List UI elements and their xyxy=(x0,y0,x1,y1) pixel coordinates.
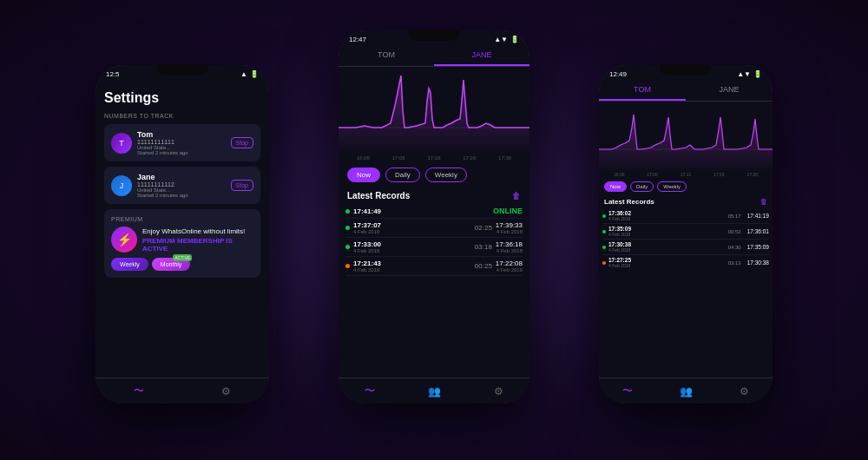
nav-gear-icon-center[interactable]: ⚙ xyxy=(494,384,503,398)
record-row-3: 17:21:43 4 Feb 2018 00:25 17:22:08 4 Feb… xyxy=(345,257,523,276)
status-time-center: 12:47 xyxy=(349,36,366,43)
phones-container: 12:5 ▲ 🔋 Settings Numbers To Track T Tom… xyxy=(95,22,773,438)
nav-settings-icon[interactable]: ⚙ xyxy=(221,384,231,398)
numbers-section-label: Numbers To Track xyxy=(104,113,260,119)
status-icons-left: ▲ 🔋 xyxy=(240,70,259,78)
chart-area-right xyxy=(599,102,773,171)
notch-right xyxy=(660,65,712,76)
record-start-0: 17:41:49 xyxy=(353,207,381,215)
nav-people-icon-center[interactable]: 👥 xyxy=(428,384,441,398)
left-phone: 12:5 ▲ 🔋 Settings Numbers To Track T Tom… xyxy=(95,65,269,404)
records-header-center: Latest Records 🗑 xyxy=(339,187,529,204)
contact-number-jane: 11111111112 xyxy=(137,181,226,187)
contact-number-tom: 11111111111 xyxy=(137,139,226,145)
record-row-2: 17:33:00 4 Feb 2018 03:18 17:36:18 4 Feb… xyxy=(345,238,523,257)
r-filter-daily[interactable]: Daily xyxy=(630,181,654,192)
monthly-button[interactable]: Monthly ACTIVE xyxy=(152,258,191,271)
tab-jane-right[interactable]: JANE xyxy=(686,80,773,101)
r-record-0: 17:36:02 4 Feb 2018 05:17 17:41:19 xyxy=(602,208,769,224)
record-end-2: 17:36:18 4 Feb 2018 xyxy=(496,240,523,253)
contact-card-tom: T Tom 11111111111 United State... Starte… xyxy=(104,124,260,161)
notch-center xyxy=(408,30,460,41)
nav-gear-icon-right[interactable]: ⚙ xyxy=(740,384,749,398)
settings-screen: Settings Numbers To Track T Tom 11111111… xyxy=(95,80,269,378)
avatar-jane: J xyxy=(111,175,132,196)
record-online-0: ONLINE xyxy=(493,207,523,215)
filter-buttons-center: Now Daily Weekly xyxy=(339,162,529,187)
contact-name-tom: Tom xyxy=(137,130,226,139)
record-end-1: 17:39:33 4 Feb 2018 xyxy=(496,221,523,234)
tab-jane-center[interactable]: JANE xyxy=(434,45,529,66)
trash-icon-center[interactable]: 🗑 xyxy=(512,191,521,200)
bottom-nav-left: 〜 ⚙ xyxy=(95,378,269,404)
time-label-0: 16:06 xyxy=(357,155,370,161)
record-dot-0 xyxy=(345,209,350,214)
premium-section: PREMIUM ⚡ Enjoy WhatsOnline without limi… xyxy=(104,209,260,278)
tab-tom-right[interactable]: TOM xyxy=(599,80,686,101)
right-phone: 12:49 ▲▼ 🔋 TOM JANE xyxy=(599,65,773,404)
trash-icon-right[interactable]: 🗑 xyxy=(760,198,767,206)
record-row-0: 17:41:49 ONLINE xyxy=(345,204,523,219)
record-start-2: 17:33:00 4 Feb 2018 xyxy=(353,240,381,253)
right-tabs-bar: TOM JANE xyxy=(599,80,773,102)
r-record-1: 17:35:09 4 Feb 2018 00:52 17:36:01 xyxy=(602,224,769,240)
r-time-4: 17:26 xyxy=(747,172,759,177)
tab-tom-center[interactable]: TOM xyxy=(339,45,434,66)
r-record-2: 17:30:38 4 Feb 2018 04:30 17:35:09 xyxy=(602,240,769,255)
r-dot-2 xyxy=(602,246,606,249)
r-filter-weekly[interactable]: Weekly xyxy=(657,181,687,192)
contact-info-jane: Jane 11111111112 United State... Started… xyxy=(137,173,226,198)
record-dot-2 xyxy=(345,245,350,249)
center-tabs-bar: TOM JANE xyxy=(339,45,529,67)
premium-text: Enjoy WhatsOnline without limits! PREMIU… xyxy=(142,227,253,253)
center-screen: 12:47 ▲▼ 🔋 TOM JANE xyxy=(339,30,529,404)
record-start-3: 17:21:43 4 Feb 2018 xyxy=(353,260,381,273)
record-row-1: 17:37:07 4 Feb 2018 02:25 17:39:33 4 Feb… xyxy=(345,219,523,238)
filter-daily-center[interactable]: Daily xyxy=(385,168,420,182)
right-screen: 12:49 ▲▼ 🔋 TOM JANE xyxy=(599,65,773,404)
time-label-3: 17:26 xyxy=(463,155,476,161)
status-icons-right: ▲▼ 🔋 xyxy=(737,70,762,78)
chart-time-labels-center: 16:06 17:06 17:16 17:26 17:30 xyxy=(339,154,529,162)
r-filter-now[interactable]: Now xyxy=(604,181,627,192)
r-dot-1 xyxy=(602,230,606,233)
filter-now-center[interactable]: Now xyxy=(347,168,380,182)
right-filter-buttons: Now Daily Weekly xyxy=(599,178,773,195)
nav-pulse-icon[interactable]: 〜 xyxy=(134,384,144,398)
chart-area-center xyxy=(339,67,529,154)
svg-marker-1 xyxy=(339,76,529,154)
weekly-button[interactable]: Weekly xyxy=(111,258,148,271)
r-time-2: 17:11 xyxy=(681,172,692,177)
r-time-1: 17:06 xyxy=(647,172,658,177)
center-phone: 12:47 ▲▼ 🔋 TOM JANE xyxy=(339,30,529,404)
r-dot-3 xyxy=(602,261,606,265)
r-time-3: 17:16 xyxy=(713,172,725,177)
nav-people-icon-right[interactable]: 👥 xyxy=(680,384,693,398)
filter-weekly-center[interactable]: Weekly xyxy=(425,168,467,182)
premium-buttons: Weekly Monthly ACTIVE xyxy=(111,258,253,271)
contact-status-jane: Started 2 minutes ago xyxy=(137,193,226,198)
time-label-2: 17:16 xyxy=(427,155,440,161)
premium-icon: ⚡ xyxy=(111,227,137,253)
contact-name-jane: Jane xyxy=(137,173,226,181)
record-dot-3 xyxy=(345,264,350,268)
nav-pulse-icon-center[interactable]: 〜 xyxy=(365,384,375,398)
record-duration-2: 03:18 xyxy=(475,243,492,251)
premium-label: PREMIUM xyxy=(111,216,253,222)
r-time-0: 16:09 xyxy=(614,172,625,177)
nav-pulse-icon-right[interactable]: 〜 xyxy=(622,384,633,398)
stop-button-jane[interactable]: Stop xyxy=(231,180,253,191)
right-records-list: 17:36:02 4 Feb 2018 05:17 17:41:19 17:35… xyxy=(599,208,773,378)
left-screen: 12:5 ▲ 🔋 Settings Numbers To Track T Tom… xyxy=(95,65,269,404)
record-start-1: 17:37:07 4 Feb 2018 xyxy=(353,221,381,234)
stop-button-tom[interactable]: Stop xyxy=(231,137,253,148)
status-icons-center: ▲▼ 🔋 xyxy=(494,36,519,43)
time-label-4: 17:30 xyxy=(498,155,511,161)
record-duration-1: 02:25 xyxy=(475,224,492,232)
settings-title: Settings xyxy=(104,90,260,106)
records-title-center: Latest Records xyxy=(347,191,410,200)
r-dot-0 xyxy=(602,214,606,218)
right-time-labels: 16:09 17:06 17:11 17:16 17:26 xyxy=(599,171,773,178)
contact-info-tom: Tom 11111111111 United State... Started … xyxy=(137,130,226,155)
status-time-left: 12:5 xyxy=(106,70,120,78)
